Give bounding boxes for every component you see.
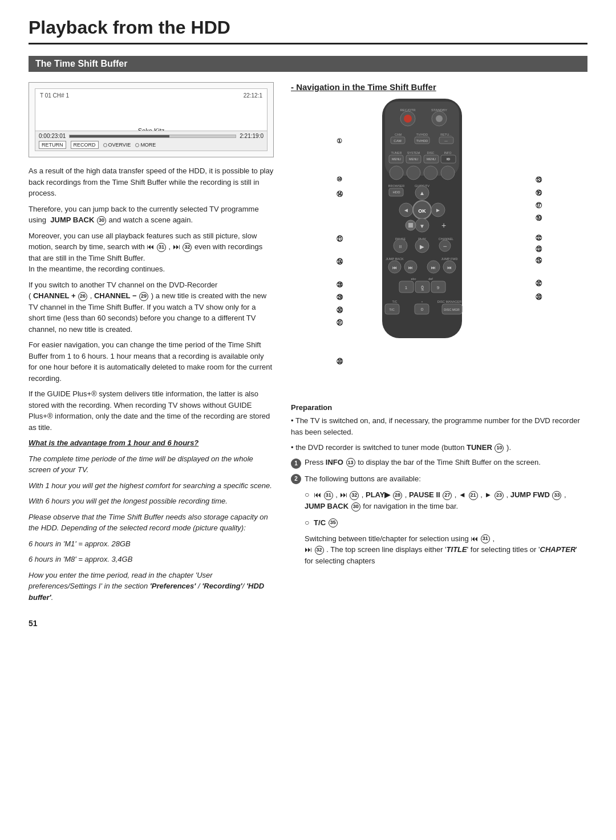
svg-text:TV/HDD: TV/HDD	[416, 139, 428, 143]
svg-text:▶: ▶	[420, 244, 424, 250]
num-31d: 31	[481, 534, 490, 543]
time-right: 2:21:19:0	[240, 133, 264, 139]
num-23b: 23	[495, 491, 504, 500]
callout-33: ㉝	[536, 294, 542, 301]
callout-19: ⑲	[536, 214, 542, 222]
remote-svg: REC/OTR STANDBY CAM TV/HDD RETU... CAM T…	[365, 99, 479, 372]
num-33b: 33	[552, 491, 561, 500]
svg-text:ebc: ebc	[411, 277, 416, 281]
svg-text:ID: ID	[447, 157, 451, 161]
num-10b: 10	[495, 444, 504, 453]
svg-text:MENU: MENU	[392, 157, 401, 161]
prep-title: Preparation	[291, 403, 587, 412]
svg-text:9: 9	[437, 285, 440, 290]
svg-text:HDD: HDD	[393, 190, 401, 194]
svg-text:—: —	[444, 139, 448, 143]
channel-plus-label: CHANNEL +	[33, 291, 76, 300]
svg-text:T/C: T/C	[392, 300, 398, 303]
svg-text:⏮: ⏮	[447, 265, 452, 270]
preparation-section: Preparation • The TV is switched on, and…	[291, 403, 587, 571]
num-26: 26	[78, 292, 87, 301]
svg-point-32	[441, 166, 455, 180]
num-29b: 29	[139, 292, 148, 301]
right-column: - Navigation in the Time Shift Buffer RE…	[291, 82, 587, 575]
svg-text:▲: ▲	[419, 190, 425, 196]
tv-progress-row: 0:00:23:01 2:21:19:0	[39, 133, 264, 139]
remote-diagram: REC/OTR STANDBY CAM TV/HDD RETU... CAM T…	[337, 99, 542, 395]
callout-17: ⑰	[536, 201, 542, 210]
section-header: The Time Shift Buffer	[29, 56, 587, 72]
svg-point-6	[436, 115, 443, 122]
svg-text:REC/OTR: REC/OTR	[400, 108, 416, 112]
italic-para4: Please observe that the Time Shift Buffe…	[29, 512, 274, 534]
num-32a: 32	[183, 243, 192, 252]
tv-screen-inner: T 01 CH# 1 22:12:1 Soko Kitz 0:00:23:01 …	[35, 88, 268, 151]
num-27: 27	[443, 491, 452, 500]
step-1-text: Press INFO 13 to display the bar of the …	[305, 458, 541, 468]
para6: If the GUIDE Plus+® system delivers titl…	[29, 388, 274, 433]
num-30: 30	[97, 216, 106, 225]
italic-para5: 6 hours in 'M1' = approx. 28GB	[29, 538, 274, 550]
jump-back-label: JUMP BACK	[50, 216, 94, 224]
return-btn[interactable]: RETURN	[39, 141, 66, 149]
svg-text:def: def	[428, 277, 433, 281]
svg-text:⏭: ⏭	[431, 265, 436, 270]
step-num-2: 2	[291, 474, 301, 484]
italic-para3: With 6 hours you will get the longest po…	[29, 496, 274, 507]
tv-time-label: 22:12:1	[244, 92, 262, 99]
svg-text:DISC: DISC	[427, 151, 434, 155]
italic-q-title: What is the advantage from 1 hour and 6 …	[29, 437, 274, 449]
channel-minus-label: CHANNEL −	[94, 291, 137, 300]
svg-text:•: •	[422, 300, 423, 303]
svg-text:+: +	[441, 221, 446, 230]
callout-25: ㉕	[536, 257, 542, 264]
num-32c: 32	[350, 491, 359, 500]
para1: As a result of the high data transfer sp…	[29, 165, 274, 199]
nav-title: - Navigation in the Time Shift Buffer	[291, 82, 587, 92]
step-1: 1 Press INFO 13 to display the bar of th…	[291, 458, 587, 469]
svg-point-3	[404, 115, 412, 123]
callout-30: ㉚	[337, 307, 343, 314]
svg-text:1: 1	[405, 285, 408, 290]
num-13b: 13	[346, 458, 355, 467]
svg-text:INFO: INFO	[444, 151, 452, 155]
svg-text:▼: ▼	[419, 223, 425, 229]
step-2: 2 The following buttons are available: ○…	[291, 473, 587, 571]
step-tc-text: Switching between title/chapter for sele…	[305, 533, 587, 567]
step-2-intro: The following buttons are available:	[305, 473, 587, 485]
svg-text:TUNER: TUNER	[391, 151, 402, 155]
page-title: Playback from the HDD	[29, 17, 587, 44]
prep-bullet1: • The TV is switched on, and, if necessa…	[291, 415, 587, 437]
svg-text:0: 0	[421, 307, 424, 312]
callout-31: ㉛	[337, 319, 343, 326]
time-left: 0:00:23:01	[39, 133, 66, 139]
tv-screen-box: T 01 CH# 1 22:12:1 Soko Kitz 0:00:23:01 …	[29, 82, 274, 157]
step-2-content: The following buttons are available: ○ ⏮…	[305, 473, 587, 571]
svg-text:⏭: ⏭	[408, 265, 413, 270]
record-btn[interactable]: RECORD	[71, 141, 99, 149]
num-21b: 21	[469, 491, 478, 500]
svg-text:MENU: MENU	[427, 157, 436, 161]
svg-text:CAM: CAM	[394, 139, 401, 143]
num-28b: 28	[393, 491, 402, 500]
italic-para6: 6 hours in 'M8' = approx. 3,4GB	[29, 554, 274, 565]
left-column: T 01 CH# 1 22:12:1 Soko Kitz 0:00:23:01 …	[29, 82, 274, 607]
svg-text:RETU...: RETU...	[440, 133, 452, 136]
tv-bottom-bar: 0:00:23:01 2:21:19:0 RETURN RECORD OVERV…	[35, 131, 267, 151]
callout-24: ㉔	[337, 258, 343, 265]
callout-29: ㉙	[337, 294, 343, 301]
svg-point-31	[424, 166, 437, 180]
svg-rect-48	[408, 223, 413, 228]
callout-13: ⑬	[536, 176, 542, 184]
num-31c: 31	[324, 491, 333, 500]
step-2-sub1: ○ ⏮ 31 , ⏭ 32 , PLAY▶ 28 , PAUSE II 27 ,…	[305, 489, 587, 512]
italic-para7: How you enter the time period, read in t…	[29, 570, 274, 603]
callout-35: ㉝	[337, 358, 343, 365]
prep-bullet2: • the DVD recorder is switched to tuner …	[291, 442, 587, 453]
svg-text:JUMP FWD: JUMP FWD	[441, 257, 458, 261]
tv-buttons-row: RETURN RECORD OVERVIE MORE	[39, 141, 264, 149]
para3: Moreover, you can use all playback featu…	[29, 230, 274, 275]
callout-22: ㉒	[536, 234, 542, 241]
num-32d: 32	[315, 546, 324, 555]
svg-text:BROWSER: BROWSER	[388, 184, 404, 188]
